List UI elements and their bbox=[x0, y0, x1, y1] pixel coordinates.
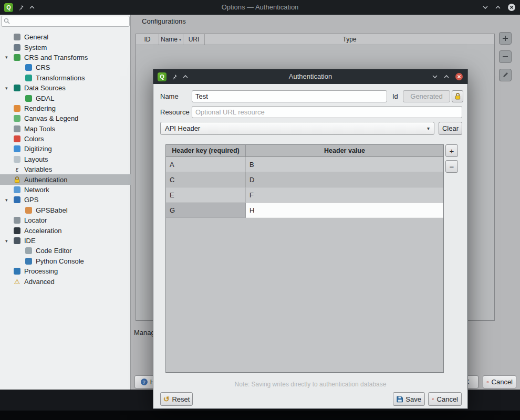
sidebar-item-general[interactable]: General bbox=[0, 32, 131, 42]
sidebar-item-python-console[interactable]: Python Console bbox=[0, 256, 131, 266]
sidebar-item-transformations[interactable]: Transformations bbox=[0, 73, 131, 83]
auth-method-select[interactable]: API Header ▾ bbox=[160, 122, 434, 135]
dropdown-caret-icon: ▾ bbox=[427, 125, 430, 131]
sidebar-item-authentication[interactable]: Authentication bbox=[0, 174, 131, 184]
shade-chevron-up-icon[interactable] bbox=[29, 5, 35, 9]
table-empty-area bbox=[166, 218, 443, 372]
settings-nav: General System ▾CRS and Transforms CRS T… bbox=[0, 32, 131, 287]
name-input[interactable] bbox=[192, 90, 387, 102]
sidebar-item-advanced[interactable]: ⚠Advanced bbox=[0, 276, 131, 286]
key-cell[interactable]: C bbox=[166, 172, 246, 187]
crs-globe-icon bbox=[14, 54, 20, 61]
sidebar-item-colors[interactable]: Colors bbox=[0, 134, 131, 144]
crs-icon bbox=[25, 64, 32, 71]
edit-config-button[interactable] bbox=[499, 69, 512, 81]
reset-button[interactable]: ↺Reset bbox=[160, 392, 193, 406]
search-input[interactable] bbox=[1, 16, 130, 27]
dialog-cancel-button[interactable]: Cancel bbox=[428, 392, 462, 406]
sort-indicator-icon: ▾ bbox=[179, 37, 181, 42]
value-cell[interactable]: D bbox=[246, 172, 443, 187]
add-header-button[interactable]: + bbox=[445, 144, 458, 157]
sidebar-item-processing[interactable]: Processing bbox=[0, 266, 131, 276]
remove-header-button[interactable]: − bbox=[445, 160, 458, 173]
gdal-icon bbox=[25, 95, 32, 102]
system-icon bbox=[14, 44, 20, 51]
sidebar-item-digitizing[interactable]: Digitizing bbox=[0, 144, 131, 154]
save-note: Note: Saving writes directly to authenti… bbox=[153, 381, 467, 388]
sidebar-item-gdal[interactable]: GDAL bbox=[0, 93, 131, 103]
sidebar-item-canvas-legend[interactable]: Canvas & Legend bbox=[0, 113, 131, 123]
generated-id-button[interactable]: Generated bbox=[403, 90, 450, 102]
python-console-icon bbox=[25, 258, 32, 265]
value-cell[interactable]: F bbox=[246, 187, 443, 203]
remove-config-button[interactable] bbox=[499, 50, 512, 63]
dialog-titlebar-right-icons bbox=[432, 69, 463, 84]
rendering-icon bbox=[14, 105, 20, 112]
lock-button[interactable] bbox=[452, 90, 463, 102]
sidebar-item-gpsbabel[interactable]: GPSBabel bbox=[0, 205, 131, 215]
sidebar-item-gps[interactable]: ▾GPS bbox=[0, 195, 131, 205]
column-header-value[interactable]: Header value bbox=[246, 145, 443, 156]
qgis-logo-icon: Q bbox=[158, 72, 167, 81]
sidebar-item-variables[interactable]: εVariables bbox=[0, 164, 131, 174]
key-cell[interactable]: E bbox=[166, 187, 246, 203]
window-title: Options — Authentication bbox=[0, 0, 520, 15]
expand-arrow-icon[interactable]: ▾ bbox=[5, 197, 14, 203]
column-header-uri[interactable]: URI bbox=[183, 34, 205, 45]
digitizing-icon bbox=[14, 145, 20, 152]
qgis-logo-icon: Q bbox=[4, 3, 13, 12]
locator-magnifier-icon bbox=[14, 217, 20, 224]
config-toolbar bbox=[499, 32, 512, 81]
column-header-key[interactable]: Header key (required) bbox=[166, 145, 246, 156]
column-header-name[interactable]: Name▾ bbox=[159, 34, 183, 45]
close-icon[interactable] bbox=[455, 72, 463, 81]
sidebar-item-system[interactable]: System bbox=[0, 42, 131, 52]
close-icon[interactable] bbox=[507, 3, 516, 12]
configurations-table-header: ID Name▾ URI Type bbox=[136, 34, 494, 45]
dialog-title: Authentication bbox=[153, 69, 467, 84]
column-header-type[interactable]: Type bbox=[205, 34, 494, 45]
sidebar-item-locator[interactable]: Locator bbox=[0, 215, 131, 225]
sidebar-item-ide[interactable]: ▾IDE bbox=[0, 236, 131, 246]
key-cell[interactable]: G bbox=[166, 203, 246, 218]
sidebar-item-map-tools[interactable]: Map Tools bbox=[0, 124, 131, 134]
chevron-up-icon[interactable] bbox=[443, 75, 450, 79]
expand-arrow-icon[interactable]: ▾ bbox=[5, 55, 14, 60]
lock-icon bbox=[455, 93, 461, 100]
id-label: Id bbox=[392, 90, 398, 102]
save-button[interactable]: Save bbox=[393, 392, 425, 406]
chevron-up-icon[interactable] bbox=[495, 5, 501, 9]
column-header-id[interactable]: ID bbox=[136, 34, 159, 45]
sidebar-item-rendering[interactable]: Rendering bbox=[0, 103, 131, 113]
sidebar-item-data-sources[interactable]: ▾Data Sources bbox=[0, 83, 131, 93]
options-cancel-button[interactable]: Cancel bbox=[483, 375, 516, 388]
network-icon bbox=[14, 186, 20, 193]
sidebar-item-layouts[interactable]: Layouts bbox=[0, 154, 131, 164]
resource-input[interactable] bbox=[192, 106, 462, 118]
table-row: E F bbox=[166, 187, 443, 203]
sidebar-item-network[interactable]: Network bbox=[0, 185, 131, 195]
manage-label: Manag bbox=[134, 329, 155, 337]
pin-icon[interactable] bbox=[171, 74, 178, 80]
sidebar-item-acceleration[interactable]: Acceleration bbox=[0, 225, 131, 235]
expand-arrow-icon[interactable]: ▾ bbox=[5, 86, 14, 91]
desktop-taskbar-strip bbox=[0, 411, 520, 420]
expand-arrow-icon[interactable]: ▾ bbox=[5, 238, 14, 244]
chevron-down-icon[interactable] bbox=[482, 5, 488, 9]
header-table-header: Header key (required) Header value bbox=[166, 145, 443, 157]
titlebar-right-icons bbox=[482, 0, 516, 15]
key-cell[interactable]: A bbox=[166, 157, 246, 172]
value-cell[interactable]: B bbox=[246, 157, 443, 172]
sidebar-item-code-editor[interactable]: Code Editor bbox=[0, 246, 131, 256]
chevron-down-icon[interactable] bbox=[432, 75, 438, 79]
value-cell-editing[interactable]: H bbox=[246, 203, 443, 218]
sidebar-item-crs-and-transforms[interactable]: ▾CRS and Transforms bbox=[0, 52, 131, 62]
shade-chevron-up-icon[interactable] bbox=[182, 75, 189, 79]
clear-button[interactable]: Clear bbox=[439, 122, 462, 135]
titlebar-left-icons: Q bbox=[4, 0, 35, 15]
dialog-titlebar-left-icons: Q bbox=[158, 69, 189, 84]
sidebar-item-crs[interactable]: CRS bbox=[0, 62, 131, 72]
warning-triangle-icon: ⚠ bbox=[14, 278, 20, 285]
pin-icon[interactable] bbox=[18, 4, 24, 11]
add-config-button[interactable] bbox=[499, 32, 512, 45]
